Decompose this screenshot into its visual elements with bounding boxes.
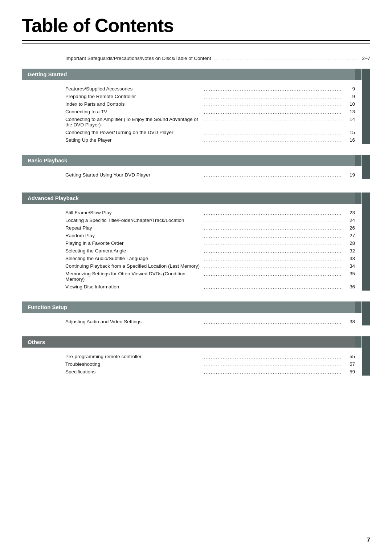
toc-entry-page: 14 xyxy=(342,117,355,122)
section-getting-started: Getting StartedFeatures/Supplied Accesso… xyxy=(22,69,355,144)
toc-entry-dots xyxy=(204,369,341,375)
toc-entry-page: 33 xyxy=(342,256,355,261)
intro-dots xyxy=(212,56,358,61)
toc-entry-page: 38 xyxy=(342,319,355,324)
toc-entry-dots xyxy=(204,86,341,92)
toc-entry-dots xyxy=(204,210,341,216)
toc-entry-title: Pre-programming remote controller xyxy=(65,354,203,359)
toc-entry-page: 9 xyxy=(342,86,355,92)
toc-entry: Troubleshooting57 xyxy=(65,360,355,368)
toc-entry: Selecting the Audio/Subtitle Language33 xyxy=(65,255,355,262)
toc-entry-dots xyxy=(204,226,341,231)
toc-entry-page: 26 xyxy=(342,225,355,231)
toc-entry-dots xyxy=(204,117,341,122)
page-title: Table of Contents xyxy=(22,15,370,36)
toc-entry: Setting Up the Player16 xyxy=(65,136,355,144)
section-others: OthersPre-programming remote controller5… xyxy=(22,336,355,376)
section-entries-others: Pre-programming remote controller55Troub… xyxy=(22,353,355,376)
page-number: 7 xyxy=(367,536,370,544)
toc-entry-title: Selecting the Audio/Subtitle Language xyxy=(65,256,203,261)
section-tab-basic-playback xyxy=(362,155,370,179)
toc-entry-page: 28 xyxy=(342,240,355,246)
toc-entry-title: Repeat Play xyxy=(65,225,203,231)
toc-entry-page: 13 xyxy=(342,109,355,114)
toc-entry-title: Connecting to a TV xyxy=(65,109,203,114)
toc-entry-dots xyxy=(204,94,341,100)
toc-entry: Connecting to an Amplifier (To Enjoy the… xyxy=(65,116,355,129)
section-header-getting-started: Getting Started xyxy=(22,69,355,80)
toc-entry-title: Getting Started Using Your DVD Player xyxy=(65,172,203,178)
toc-entry: Memorizing Settings for Often Viewed DVD… xyxy=(65,270,355,283)
toc-entry-title: Locating a Specific Title/Folder/Chapter… xyxy=(65,218,203,223)
toc-entry-title: Setting Up the Player xyxy=(65,137,203,143)
toc-entry-page: 36 xyxy=(342,284,355,289)
toc-entry-title: Connecting to an Amplifier (To Enjoy the… xyxy=(65,117,203,127)
section-header-others: Others xyxy=(22,336,355,348)
toc-entry: Random Play27 xyxy=(65,232,355,239)
title-divider-thin xyxy=(22,43,370,44)
toc-entry-title: Preparing the Remote Controller xyxy=(65,94,203,99)
toc-entry-dots xyxy=(204,138,341,143)
toc-entry-title: Continuing Playback from a Specified Loc… xyxy=(65,263,203,269)
section-advanced-playback: Advanced PlaybackStill Frame/Slow Play23… xyxy=(22,193,355,291)
toc-entry: Playing in a Favorite Order28 xyxy=(65,239,355,247)
section-header-advanced-playback: Advanced Playback xyxy=(22,193,355,204)
toc-entry-title: Connecting the Power/Turning on the DVD … xyxy=(65,130,203,135)
section-header-function-setup: Function Setup xyxy=(22,301,355,313)
toc-entry: Selecting the Camera Angle32 xyxy=(65,247,355,255)
toc-entry-title: Memorizing Settings for Often Viewed DVD… xyxy=(65,271,203,282)
toc-entry: Continuing Playback from a Specified Loc… xyxy=(65,262,355,270)
toc-entry-dots xyxy=(204,271,341,277)
section-entries-basic-playback: Getting Started Using Your DVD Player19 xyxy=(22,171,355,179)
toc-entry-page: 27 xyxy=(342,233,355,238)
section-entries-advanced-playback: Still Frame/Slow Play23Locating a Specif… xyxy=(22,209,355,291)
toc-entry: Index to Parts and Controls10 xyxy=(65,100,355,108)
toc-entry-page: 32 xyxy=(342,248,355,254)
section-tab-function-setup xyxy=(362,301,370,325)
toc-entry-page: 57 xyxy=(342,361,355,367)
toc-entry-page: 59 xyxy=(342,369,355,374)
toc-entry-dots xyxy=(204,130,341,135)
toc-entry-title: Features/Supplied Accessories xyxy=(65,86,203,92)
section-function-setup: Function SetupAdjusting Audio and Video … xyxy=(22,301,355,325)
toc-entry: Connecting the Power/Turning on the DVD … xyxy=(65,129,355,136)
toc-entry-dots xyxy=(204,256,341,262)
toc-entry-page: 55 xyxy=(342,354,355,359)
section-basic-playback: Basic PlaybackGetting Started Using Your… xyxy=(22,155,355,179)
toc-entry: Viewing Disc Information36 xyxy=(65,283,355,291)
toc-entry-title: Specifications xyxy=(65,369,203,374)
intro-entry: Important Safeguards/Precautions/Notes o… xyxy=(22,54,370,62)
section-tab-others xyxy=(362,336,370,376)
toc-entry: Getting Started Using Your DVD Player19 xyxy=(65,171,355,179)
toc-entry: Still Frame/Slow Play23 xyxy=(65,209,355,216)
toc-entry: Adjusting Audio and Video Settings38 xyxy=(65,318,355,325)
toc-entry-page: 34 xyxy=(342,263,355,269)
intro-entry-title: Important Safeguards/Precautions/Notes o… xyxy=(65,56,211,61)
toc-entry: Features/Supplied Accessories9 xyxy=(65,85,355,93)
section-header-basic-playback: Basic Playback xyxy=(22,155,355,166)
toc-entry: Preparing the Remote Controller9 xyxy=(65,93,355,100)
toc-entry-page: 35 xyxy=(342,271,355,276)
toc-entry-dots xyxy=(204,264,341,269)
toc-entry: Locating a Specific Title/Folder/Chapter… xyxy=(65,216,355,224)
toc-entry-dots xyxy=(204,354,341,360)
toc-entry-page: 16 xyxy=(342,137,355,143)
intro-entry-page: 2–7 xyxy=(359,56,370,61)
toc-entry-dots xyxy=(204,248,341,254)
toc-entry-dots xyxy=(204,109,341,115)
section-entries-getting-started: Features/Supplied Accessories9Preparing … xyxy=(22,85,355,144)
toc-entry-dots xyxy=(204,319,341,325)
toc-entry: Specifications59 xyxy=(65,368,355,376)
toc-entry-dots xyxy=(204,241,341,246)
toc-entry-page: 15 xyxy=(342,130,355,135)
toc-entry-dots xyxy=(204,102,341,107)
toc-entry: Repeat Play26 xyxy=(65,224,355,232)
toc-entry-title: Playing in a Favorite Order xyxy=(65,240,203,246)
toc-entry: Connecting to a TV13 xyxy=(65,108,355,116)
toc-entry-title: Selecting the Camera Angle xyxy=(65,248,203,254)
toc-entry-dots xyxy=(204,218,341,223)
toc-entry-page: 9 xyxy=(342,94,355,99)
toc-entry-page: 19 xyxy=(342,172,355,178)
toc-entry-title: Still Frame/Slow Play xyxy=(65,210,203,215)
toc-entry-title: Index to Parts and Controls xyxy=(65,101,203,107)
